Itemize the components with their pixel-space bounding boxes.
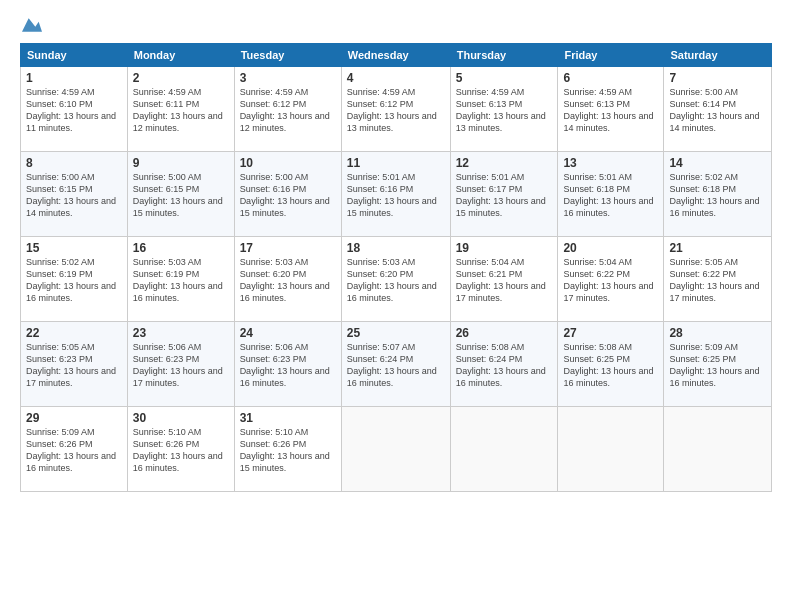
day-number: 9 <box>133 156 229 170</box>
day-info: Sunrise: 4:59 AMSunset: 6:10 PMDaylight:… <box>26 87 116 133</box>
table-row: 14 Sunrise: 5:02 AMSunset: 6:18 PMDaylig… <box>664 152 772 237</box>
day-number: 13 <box>563 156 658 170</box>
day-number: 8 <box>26 156 122 170</box>
logo-icon <box>22 15 42 35</box>
table-row: 30 Sunrise: 5:10 AMSunset: 6:26 PMDaylig… <box>127 407 234 492</box>
col-sunday: Sunday <box>21 44 128 67</box>
table-row: 3 Sunrise: 4:59 AMSunset: 6:12 PMDayligh… <box>234 67 341 152</box>
day-number: 3 <box>240 71 336 85</box>
page-container: Sunday Monday Tuesday Wednesday Thursday… <box>0 0 792 612</box>
day-number: 14 <box>669 156 766 170</box>
table-row: 8 Sunrise: 5:00 AMSunset: 6:15 PMDayligh… <box>21 152 128 237</box>
table-row: 18 Sunrise: 5:03 AMSunset: 6:20 PMDaylig… <box>341 237 450 322</box>
day-number: 5 <box>456 71 553 85</box>
day-number: 22 <box>26 326 122 340</box>
table-row <box>450 407 558 492</box>
day-number: 12 <box>456 156 553 170</box>
calendar-week-row: 22 Sunrise: 5:05 AMSunset: 6:23 PMDaylig… <box>21 322 772 407</box>
day-info: Sunrise: 5:06 AMSunset: 6:23 PMDaylight:… <box>240 342 330 388</box>
table-row: 2 Sunrise: 4:59 AMSunset: 6:11 PMDayligh… <box>127 67 234 152</box>
day-number: 24 <box>240 326 336 340</box>
calendar-header-row: Sunday Monday Tuesday Wednesday Thursday… <box>21 44 772 67</box>
day-info: Sunrise: 5:05 AMSunset: 6:22 PMDaylight:… <box>669 257 759 303</box>
table-row: 7 Sunrise: 5:00 AMSunset: 6:14 PMDayligh… <box>664 67 772 152</box>
svg-marker-0 <box>22 18 42 31</box>
table-row: 25 Sunrise: 5:07 AMSunset: 6:24 PMDaylig… <box>341 322 450 407</box>
table-row: 29 Sunrise: 5:09 AMSunset: 6:26 PMDaylig… <box>21 407 128 492</box>
calendar-week-row: 29 Sunrise: 5:09 AMSunset: 6:26 PMDaylig… <box>21 407 772 492</box>
day-info: Sunrise: 5:00 AMSunset: 6:15 PMDaylight:… <box>26 172 116 218</box>
col-monday: Monday <box>127 44 234 67</box>
table-row <box>664 407 772 492</box>
day-number: 28 <box>669 326 766 340</box>
day-info: Sunrise: 5:09 AMSunset: 6:25 PMDaylight:… <box>669 342 759 388</box>
day-info: Sunrise: 4:59 AMSunset: 6:11 PMDaylight:… <box>133 87 223 133</box>
calendar-week-row: 1 Sunrise: 4:59 AMSunset: 6:10 PMDayligh… <box>21 67 772 152</box>
table-row: 5 Sunrise: 4:59 AMSunset: 6:13 PMDayligh… <box>450 67 558 152</box>
day-number: 11 <box>347 156 445 170</box>
day-info: Sunrise: 5:04 AMSunset: 6:21 PMDaylight:… <box>456 257 546 303</box>
day-info: Sunrise: 5:02 AMSunset: 6:18 PMDaylight:… <box>669 172 759 218</box>
day-number: 7 <box>669 71 766 85</box>
day-number: 27 <box>563 326 658 340</box>
calendar-table: Sunday Monday Tuesday Wednesday Thursday… <box>20 43 772 492</box>
day-info: Sunrise: 5:08 AMSunset: 6:25 PMDaylight:… <box>563 342 653 388</box>
table-row: 28 Sunrise: 5:09 AMSunset: 6:25 PMDaylig… <box>664 322 772 407</box>
day-number: 29 <box>26 411 122 425</box>
table-row: 15 Sunrise: 5:02 AMSunset: 6:19 PMDaylig… <box>21 237 128 322</box>
day-info: Sunrise: 5:08 AMSunset: 6:24 PMDaylight:… <box>456 342 546 388</box>
day-info: Sunrise: 5:01 AMSunset: 6:18 PMDaylight:… <box>563 172 653 218</box>
table-row <box>341 407 450 492</box>
day-number: 4 <box>347 71 445 85</box>
day-info: Sunrise: 4:59 AMSunset: 6:12 PMDaylight:… <box>347 87 437 133</box>
day-number: 6 <box>563 71 658 85</box>
table-row: 10 Sunrise: 5:00 AMSunset: 6:16 PMDaylig… <box>234 152 341 237</box>
table-row: 23 Sunrise: 5:06 AMSunset: 6:23 PMDaylig… <box>127 322 234 407</box>
table-row: 22 Sunrise: 5:05 AMSunset: 6:23 PMDaylig… <box>21 322 128 407</box>
day-info: Sunrise: 5:03 AMSunset: 6:20 PMDaylight:… <box>347 257 437 303</box>
col-tuesday: Tuesday <box>234 44 341 67</box>
day-info: Sunrise: 5:01 AMSunset: 6:17 PMDaylight:… <box>456 172 546 218</box>
day-number: 20 <box>563 241 658 255</box>
table-row: 31 Sunrise: 5:10 AMSunset: 6:26 PMDaylig… <box>234 407 341 492</box>
day-info: Sunrise: 5:02 AMSunset: 6:19 PMDaylight:… <box>26 257 116 303</box>
table-row: 12 Sunrise: 5:01 AMSunset: 6:17 PMDaylig… <box>450 152 558 237</box>
table-row: 11 Sunrise: 5:01 AMSunset: 6:16 PMDaylig… <box>341 152 450 237</box>
table-row: 16 Sunrise: 5:03 AMSunset: 6:19 PMDaylig… <box>127 237 234 322</box>
day-info: Sunrise: 4:59 AMSunset: 6:13 PMDaylight:… <box>456 87 546 133</box>
calendar-week-row: 15 Sunrise: 5:02 AMSunset: 6:19 PMDaylig… <box>21 237 772 322</box>
day-number: 25 <box>347 326 445 340</box>
day-info: Sunrise: 5:09 AMSunset: 6:26 PMDaylight:… <box>26 427 116 473</box>
table-row: 19 Sunrise: 5:04 AMSunset: 6:21 PMDaylig… <box>450 237 558 322</box>
day-number: 1 <box>26 71 122 85</box>
day-info: Sunrise: 5:07 AMSunset: 6:24 PMDaylight:… <box>347 342 437 388</box>
day-number: 23 <box>133 326 229 340</box>
table-row <box>558 407 664 492</box>
day-number: 18 <box>347 241 445 255</box>
day-number: 26 <box>456 326 553 340</box>
day-number: 30 <box>133 411 229 425</box>
table-row: 17 Sunrise: 5:03 AMSunset: 6:20 PMDaylig… <box>234 237 341 322</box>
day-info: Sunrise: 5:00 AMSunset: 6:14 PMDaylight:… <box>669 87 759 133</box>
col-wednesday: Wednesday <box>341 44 450 67</box>
day-info: Sunrise: 5:05 AMSunset: 6:23 PMDaylight:… <box>26 342 116 388</box>
day-number: 2 <box>133 71 229 85</box>
day-info: Sunrise: 5:10 AMSunset: 6:26 PMDaylight:… <box>240 427 330 473</box>
day-number: 15 <box>26 241 122 255</box>
table-row: 9 Sunrise: 5:00 AMSunset: 6:15 PMDayligh… <box>127 152 234 237</box>
day-info: Sunrise: 5:04 AMSunset: 6:22 PMDaylight:… <box>563 257 653 303</box>
calendar-week-row: 8 Sunrise: 5:00 AMSunset: 6:15 PMDayligh… <box>21 152 772 237</box>
day-number: 10 <box>240 156 336 170</box>
table-row: 26 Sunrise: 5:08 AMSunset: 6:24 PMDaylig… <box>450 322 558 407</box>
day-number: 16 <box>133 241 229 255</box>
logo <box>20 15 42 35</box>
day-info: Sunrise: 5:00 AMSunset: 6:15 PMDaylight:… <box>133 172 223 218</box>
day-number: 17 <box>240 241 336 255</box>
day-info: Sunrise: 5:06 AMSunset: 6:23 PMDaylight:… <box>133 342 223 388</box>
day-info: Sunrise: 5:03 AMSunset: 6:20 PMDaylight:… <box>240 257 330 303</box>
day-number: 21 <box>669 241 766 255</box>
day-info: Sunrise: 4:59 AMSunset: 6:13 PMDaylight:… <box>563 87 653 133</box>
day-info: Sunrise: 4:59 AMSunset: 6:12 PMDaylight:… <box>240 87 330 133</box>
col-friday: Friday <box>558 44 664 67</box>
col-saturday: Saturday <box>664 44 772 67</box>
